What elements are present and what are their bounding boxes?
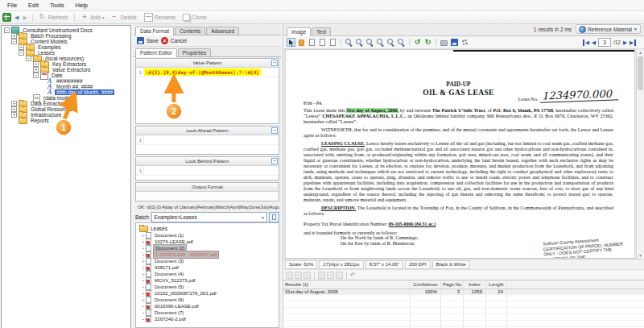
cancel-button[interactable]: Cancel <box>171 38 187 44</box>
tab-data-format[interactable]: Data Format <box>135 27 174 35</box>
tree-label[interactable]: Global Resources <box>29 106 74 112</box>
add-button[interactable]: Add▾ <box>79 14 106 21</box>
result-tool-icon[interactable] <box>295 272 302 279</box>
tree-label[interactable]: Consultant Unstructured Docs <box>21 27 94 33</box>
document-file-mcvv-512273-pdf[interactable]: MCVV_512273.pdf <box>136 277 279 284</box>
document-image-viewer[interactable]: PAID-UP OIL & GAS LEASE Lease No. 123497… <box>283 49 644 259</box>
hand-icon[interactable] <box>297 38 306 47</box>
tree-expander[interactable]: + <box>19 44 24 50</box>
document-title[interactable]: Document (4) <box>153 271 185 277</box>
result-tool-icon[interactable] <box>336 272 343 279</box>
tree-item-month[interactable]: AMonth ##, #### <box>2 84 130 89</box>
tree-expander[interactable]: + <box>33 61 39 67</box>
tree-label[interactable]: ##th day of Month, #### <box>55 89 114 95</box>
document-filename[interactable]: 438171.pdf <box>153 264 180 271</box>
batch-root-folder[interactable]: Leases <box>136 225 279 232</box>
result-tool-icon[interactable] <box>303 272 311 279</box>
tree-label[interactable]: Reports <box>29 118 51 123</box>
refresh-button[interactable]: Refresh <box>37 14 71 21</box>
zoom-fit-icon[interactable] <box>376 38 385 47</box>
tree-label[interactable]: ##/##/#### <box>55 78 85 84</box>
rename-button[interactable]: Rename <box>142 13 178 22</box>
print-icon[interactable] <box>440 38 448 47</box>
tree-expander[interactable]: − <box>19 50 24 56</box>
menu-edit[interactable]: Edit <box>23 2 44 9</box>
document-title[interactable]: Document (1) <box>153 232 185 239</box>
tree-expander[interactable]: + <box>33 67 39 73</box>
tab-advanced[interactable]: Advanced <box>206 27 239 35</box>
document-filename[interactable]: 2267240-2.pdf <box>153 316 188 322</box>
tab-contents[interactable]: Contents <box>175 27 205 35</box>
collapse-icon[interactable]: − <box>271 127 278 134</box>
tree-label[interactable]: Date <box>50 73 64 78</box>
tree-label[interactable]: Examples <box>36 44 63 50</box>
tree-label[interactable]: Month ##, #### <box>55 84 94 89</box>
nav-forward-icon[interactable]: ▶ <box>22 15 27 21</box>
document-title[interactable]: Document (5) <box>153 284 185 290</box>
document-filename[interactable]: 10152_0000087279_001.pdf <box>153 290 218 297</box>
document-file-10152-0000087279-001-pdf[interactable]: 10152_0000087279_001.pdf <box>136 290 279 297</box>
viewer-scrollbar[interactable]: ▲ ▼ <box>636 49 644 259</box>
value-pattern-text[interactable]: \d{2}.{0,4}day·of·(@MonthNames),?·\d{4} <box>144 69 261 76</box>
tree-label[interactable]: Infrastructure <box>29 112 63 118</box>
tree-label[interactable]: Leases <box>36 50 56 56</box>
tree-label[interactable]: Content Models <box>29 39 69 44</box>
reference-material-button[interactable]: Reference Material ▼ <box>576 24 641 34</box>
document-title[interactable]: Document (6) <box>153 297 185 303</box>
current-page-input[interactable]: 3 <box>598 38 611 47</box>
previous-page-button[interactable]: ◀ <box>592 39 596 46</box>
save-button[interactable]: Save <box>147 38 159 44</box>
tree-label[interactable]: Batch Processing <box>29 33 73 39</box>
tree-expander[interactable]: + <box>11 112 17 118</box>
document-item-document-4[interactable]: Document (4) <box>136 271 279 277</box>
pointer-icon[interactable] <box>287 38 295 47</box>
tree-item-examples[interactable]: +Examples <box>2 44 130 50</box>
rotate-right-icon[interactable]: ↻ <box>423 38 432 47</box>
export-icon[interactable] <box>450 38 459 47</box>
open-batch-button[interactable] <box>269 212 279 222</box>
result-tool-icon[interactable] <box>318 272 325 279</box>
rotate-left-icon[interactable]: ↺ <box>413 38 422 47</box>
tree-item-key-extractors[interactable]: +Key Extractors <box>2 61 130 67</box>
collapse-icon[interactable]: − <box>271 60 278 66</box>
document-title[interactable]: Document (7) <box>153 309 185 316</box>
nav-back-icon[interactable]: ◀ <box>14 15 19 21</box>
scrollbar-thumb[interactable] <box>638 56 643 90</box>
document-file-2267240-2-pdf[interactable]: 2267240-2.pdf <box>136 316 279 322</box>
document-item-document-1[interactable]: Document (1) <box>136 232 279 239</box>
viewer-tab-text[interactable]: Text <box>312 27 331 35</box>
result-tool-icon[interactable] <box>286 272 293 279</box>
tree-expander[interactable]: + <box>11 101 17 106</box>
tree-item-th-day-of-month[interactable]: A##th day of Month, #### <box>2 89 130 95</box>
tree-expander[interactable]: − <box>11 39 17 44</box>
tree-item-value-extractors[interactable]: +Value Extractors <box>2 67 130 73</box>
tree-item-content-models[interactable]: −Content Models <box>2 39 130 44</box>
first-page-button[interactable]: ◀ <box>583 39 589 46</box>
document-title[interactable]: Document (3) <box>153 258 185 264</box>
tree-expander[interactable]: − <box>26 56 31 61</box>
menu-tools[interactable]: Tools <box>44 2 70 9</box>
document-file-0016396-lease-pdf[interactable]: 0016396-LEASE.pdf <box>136 303 279 309</box>
value-pattern-row[interactable]: 1 \d{2}.{0,4}day·of·(@MonthNames),?·\d{4… <box>136 68 279 77</box>
document-filename[interactable]: MCVV_512273.pdf <box>153 277 197 284</box>
tree-label[interactable]: (data model) <box>42 95 75 101</box>
tree-item-local-resources[interactable]: −(local resources) <box>2 56 130 61</box>
preview-icon[interactable] <box>328 38 337 47</box>
tree-expander[interactable]: − <box>33 73 39 78</box>
subtab-pattern-editor[interactable]: Pattern Editor <box>135 48 177 57</box>
tree-item-reports[interactable]: Reports <box>2 118 130 123</box>
tree-expander[interactable]: + <box>11 33 17 39</box>
zoom-out-icon[interactable] <box>355 38 364 47</box>
menu-file[interactable]: File <box>2 2 23 9</box>
zoom-in-icon[interactable] <box>345 38 353 47</box>
settings-icon[interactable] <box>460 38 469 47</box>
document-file-1-234970-000-6052507-pdf[interactable]: 1-234970-000 - 6052507.pdf <box>136 251 279 258</box>
tree-item-leases[interactable]: −Leases <box>2 50 130 56</box>
tree-expander[interactable]: + <box>11 106 17 112</box>
select-area-icon[interactable] <box>318 38 327 47</box>
undo-icon[interactable]: ↶ <box>350 272 356 279</box>
delete-button[interactable]: Delete <box>109 14 139 21</box>
snapshot-icon[interactable] <box>308 38 316 47</box>
tree-item-item[interactable]: A##/##/#### <box>2 78 130 84</box>
menu-help[interactable]: Help <box>70 2 93 9</box>
